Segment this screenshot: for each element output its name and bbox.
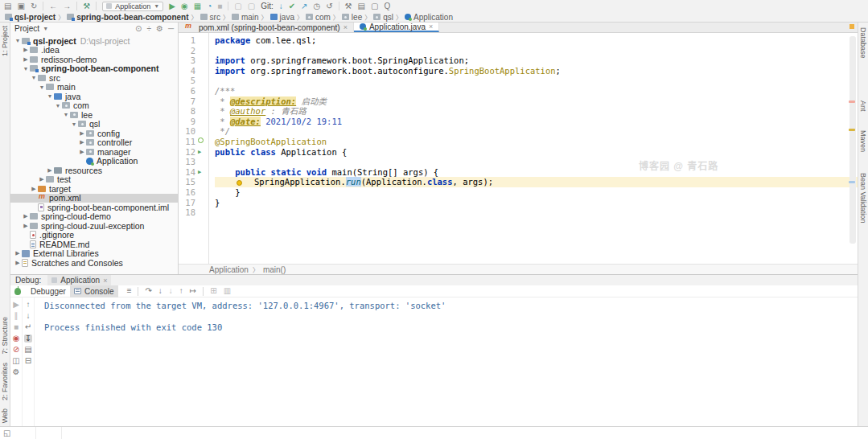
resume-icon[interactable]: ▶ — [13, 301, 19, 309]
breadcrumb-item-java[interactable]: java — [270, 13, 294, 22]
debug-session-tab[interactable]: Application × — [47, 275, 111, 285]
tree-item-README.md[interactable]: README.md — [10, 240, 178, 249]
run-configuration-select[interactable]: Application▼ — [102, 2, 163, 11]
chevron-expanded-icon[interactable]: ▼ — [14, 38, 22, 43]
tree-item-lee[interactable]: ▼lee — [10, 110, 178, 120]
chevron-collapsed-icon[interactable]: ▶ — [78, 130, 86, 137]
chevron-collapsed-icon[interactable]: ▶ — [22, 213, 30, 220]
git-push-icon[interactable]: ↗ — [301, 2, 307, 10]
menu-icon[interactable]: ≡ — [127, 287, 132, 295]
editor-gutter[interactable]: 123456789101112▶1314▶15161718 — [179, 33, 209, 264]
chevron-expanded-icon[interactable]: ▼ — [62, 112, 70, 117]
chevron-collapsed-icon[interactable]: ▶ — [38, 176, 46, 183]
toolwindow-button-Maven[interactable]: Maven — [859, 130, 867, 152]
print-icon[interactable]: ▤ — [24, 346, 31, 354]
chevron-collapsed-icon[interactable]: ▶ — [14, 250, 22, 256]
tree-item-controller[interactable]: ▶controller — [10, 138, 178, 148]
chevron-expanded-icon[interactable]: ▼ — [46, 93, 54, 99]
spring-bean-icon[interactable] — [198, 137, 204, 143]
git-commit-icon[interactable]: ✔ — [289, 2, 295, 10]
wrench-icon[interactable]: ⚒ — [345, 2, 352, 10]
toolwindow-button-Web[interactable]: Web — [1, 408, 9, 423]
chevron-collapsed-icon[interactable]: ▶ — [14, 260, 22, 266]
breadcrumb-class[interactable]: Application — [209, 265, 249, 274]
tree-item-redisson-demo[interactable]: ▶redisson-demo — [10, 55, 178, 64]
settings-icon[interactable]: ⚙ — [13, 368, 20, 376]
mute-breakpoints-icon[interactable]: ⊘ — [13, 346, 19, 354]
trace-icon[interactable]: ▥ — [224, 287, 231, 295]
breadcrumb-item-lee[interactable]: lee — [342, 13, 362, 22]
run-class-icon[interactable]: ▶ — [198, 149, 201, 155]
tree-item-qsl-project[interactable]: ▼qsl-projectD:\qsl-project — [10, 36, 178, 46]
tree-item-com[interactable]: ▼com — [10, 101, 178, 111]
stop-icon[interactable]: ■ — [14, 323, 19, 331]
forward-icon[interactable]: → — [63, 2, 71, 10]
tree-item-resources[interactable]: ▶resources — [10, 166, 178, 175]
intention-bulb-icon[interactable] — [237, 180, 242, 186]
error-stripe[interactable] — [847, 33, 858, 264]
toolwindow-button-2: Favorites[interactable]: 2: Favorites — [1, 363, 9, 400]
chevron-collapsed-icon[interactable]: ▶ — [22, 56, 30, 63]
tree-item-Scratches and Consoles[interactable]: ▶Scratches and Consoles — [10, 258, 178, 268]
editor-tab-pom.xml (spring-boot-bean-component)[interactable]: pom.xml (spring-boot-bean-component)× — [179, 23, 354, 32]
breadcrumb-item-Application[interactable]: Application — [405, 13, 453, 22]
run-gutter-icon[interactable]: ▶ — [198, 167, 208, 178]
tree-item-target[interactable]: ▶target — [10, 184, 178, 194]
toolwindow-button-Database[interactable]: Database — [859, 27, 867, 59]
chevron-expanded-icon[interactable]: ▼ — [30, 75, 38, 80]
down-stack-icon[interactable]: ↓ — [27, 312, 31, 320]
history-icon[interactable]: ◷ — [313, 2, 320, 10]
layout-icon[interactable]: ▢ — [371, 2, 378, 10]
tree-item-Application[interactable]: Application — [10, 157, 178, 166]
pause-icon[interactable]: ∥ — [14, 312, 19, 320]
breadcrumb-item-main[interactable]: main — [232, 13, 259, 22]
find-icon[interactable]: ▢ — [234, 2, 241, 10]
toolwindow-button-Ant[interactable]: Ant — [859, 101, 867, 112]
tree-item-spring-boot-bean-component.iml[interactable]: spring-boot-bean-component.iml — [10, 203, 178, 212]
search-everywhere-icon[interactable]: Q — [384, 2, 390, 10]
sync-icon[interactable]: ↻ — [31, 2, 37, 10]
chevron-down-icon[interactable]: ▼ — [43, 26, 48, 31]
run-to-cursor-icon[interactable]: ↦ — [190, 287, 196, 295]
up-stack-icon[interactable]: ↑ — [27, 301, 31, 309]
chevron-expanded-icon[interactable]: ▼ — [70, 121, 78, 127]
breadcrumb-item-qsl[interactable]: qsl — [373, 13, 393, 22]
hide-icon[interactable]: ─ — [168, 24, 174, 33]
breadcrumb-item-src[interactable]: src — [200, 13, 220, 22]
locate-icon[interactable]: ⊙ — [135, 24, 142, 33]
tree-item-test[interactable]: ▶test — [10, 175, 178, 185]
close-icon[interactable]: × — [343, 23, 348, 31]
tree-item-qsl[interactable]: ▼qsl — [10, 120, 178, 129]
chevron-collapsed-icon[interactable]: ▶ — [22, 223, 30, 229]
stripe-mark[interactable] — [849, 181, 855, 183]
tree-item-External Libraries[interactable]: ▶External Libraries — [10, 249, 178, 259]
step-out-icon[interactable]: ↑ — [179, 287, 183, 295]
chevron-expanded-icon[interactable]: ▼ — [54, 103, 62, 109]
breadcrumb-item-qsl-project[interactable]: qsl-project — [5, 13, 56, 22]
git-update-icon[interactable]: ↓ — [279, 2, 283, 10]
breadcrumb-item-spring-boot-bean-component[interactable]: spring-boot-bean-component — [67, 13, 188, 22]
chevron-expanded-icon[interactable]: ▼ — [38, 84, 46, 90]
code-editor[interactable]: package com.lee.qsl;import org.springfra… — [209, 33, 858, 264]
debug-view-tab-Debugger[interactable]: Debugger — [27, 285, 70, 297]
console-output[interactable]: Disconnected from the target VM, address… — [35, 297, 858, 426]
rollback-icon[interactable]: ↺ — [326, 2, 332, 10]
run-icon[interactable]: ▶ — [169, 2, 175, 10]
clear-all-icon[interactable]: ⊟ — [25, 357, 31, 365]
step-into-icon[interactable]: ↓ — [158, 287, 162, 295]
settings-icon[interactable]: ⚙ — [156, 24, 163, 33]
debug-view-tab-Console[interactable]: Console — [70, 285, 118, 297]
tree-item-spring-cloud-zuul-exception[interactable]: ▶spring-cloud-zuul-exception — [10, 221, 178, 231]
back-icon[interactable]: ← — [49, 2, 57, 10]
view-breakpoints-icon[interactable]: ◉ — [13, 334, 20, 343]
breadcrumb-method[interactable]: main() — [263, 265, 286, 274]
step-over-icon[interactable]: ↷ — [145, 287, 151, 295]
toolwindow-button-Bean Validation[interactable]: Bean Validation — [859, 173, 867, 223]
close-icon[interactable]: × — [429, 23, 433, 31]
force-step-into-icon[interactable]: ↓ — [169, 287, 173, 295]
soft-wrap-icon[interactable]: ↵ — [25, 323, 31, 331]
replace-icon[interactable]: ▢ — [248, 2, 255, 10]
tree-item-spring-cloud-demo[interactable]: ▶spring-cloud-demo — [10, 212, 178, 222]
toolwindows-icon[interactable]: ▤ — [358, 2, 365, 10]
tree-item-config[interactable]: ▶config — [10, 129, 178, 138]
